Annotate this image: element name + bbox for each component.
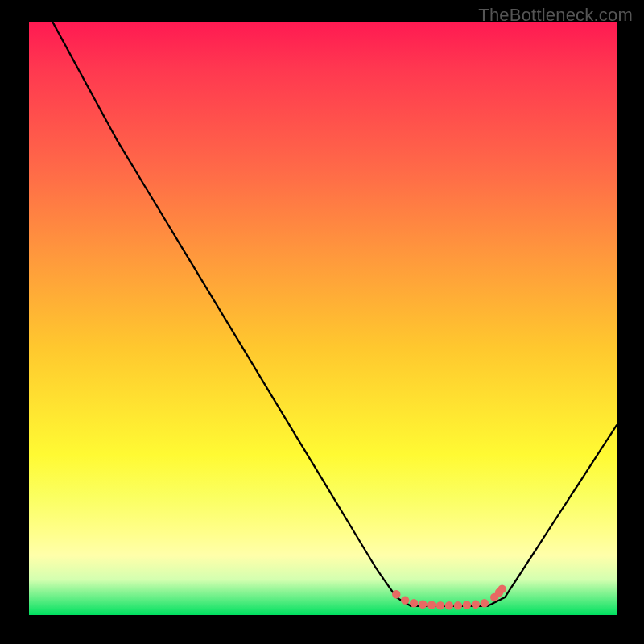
bottleneck-curve xyxy=(52,22,617,606)
valley-marker xyxy=(419,601,427,609)
valley-marker xyxy=(401,596,409,604)
valley-marker xyxy=(463,601,471,609)
chart-svg-layer xyxy=(29,22,617,615)
valley-marker xyxy=(445,601,453,609)
valley-marker xyxy=(427,601,436,609)
valley-marker xyxy=(410,599,418,607)
watermark-text: TheBottleneck.com xyxy=(478,5,633,26)
valley-marker xyxy=(392,590,400,598)
chart-plot-area xyxy=(29,22,617,615)
valley-marker xyxy=(436,601,444,609)
valley-marker xyxy=(498,584,506,592)
valley-marker xyxy=(481,599,489,607)
valley-marker xyxy=(472,601,480,609)
valley-marker xyxy=(454,601,462,609)
